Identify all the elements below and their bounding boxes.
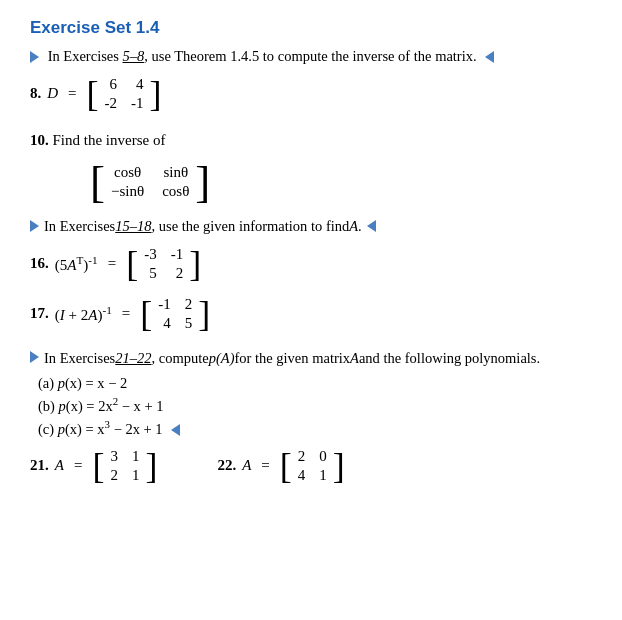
problem-8: 8. D = [ 6 4 -2 -1 ]: [30, 74, 592, 114]
intro3-var: A: [350, 348, 359, 370]
matrix-17-content: -1 2 4 5: [152, 294, 198, 334]
problem-21-label: 21.: [30, 457, 49, 474]
bottom-problems: 21. A = [ 3 1 2 1 ] 22. A = [ 2: [30, 446, 592, 496]
problem-17-eq: =: [122, 305, 130, 322]
matrix-8-content: 6 4 -2 -1: [99, 74, 150, 114]
problem-17-matrix: [ -1 2 4 5 ]: [140, 294, 210, 334]
bracket-right-22: ]: [333, 448, 345, 484]
m8-r0c1: 4: [131, 76, 144, 93]
intro1-suffix: , use Theorem 1.4.5 to compute the inver…: [144, 48, 476, 64]
triangle-left-3: [171, 424, 180, 436]
m21-r0c1: 1: [132, 448, 140, 465]
problem-10-label: 10.: [30, 132, 49, 148]
intro3-range: 21–22: [115, 348, 151, 370]
problem-22: 22. A = [ 2 0 4 1 ]: [217, 446, 344, 486]
bracket-right-21: ]: [145, 448, 157, 484]
triangle-left-1: [485, 51, 494, 63]
bracket-left-16: [: [126, 246, 138, 282]
m10-r0c0: cosθ: [111, 164, 144, 181]
intro-5-8: In Exercises 5–8, use Theorem 1.4.5 to c…: [30, 46, 592, 68]
m16-r1c1: 2: [171, 265, 184, 282]
problem-10-text: 10. Find the inverse of: [30, 128, 592, 152]
poly-b-rest: (x) = 2x2 − x + 1: [66, 398, 164, 414]
poly-c-rest: (x) = x3 − 2x + 1: [65, 421, 163, 437]
problem-16-matrix: [ -3 -1 5 2 ]: [126, 244, 201, 284]
intro2-suffix: , use the given information to find: [152, 216, 350, 238]
m22-r1c1: 1: [319, 467, 327, 484]
triangle-right-2: [30, 220, 39, 232]
problem-17-expr: (I + 2A)-1: [55, 304, 112, 324]
problem-21-matrix: [ 3 1 2 1 ]: [92, 446, 157, 486]
problem-21: 21. A = [ 3 1 2 1 ]: [30, 446, 157, 486]
bracket-left-8: [: [87, 76, 99, 112]
section-21-22: In Exercises 21–22, compute p(A) for the…: [30, 348, 592, 496]
triangle-right-3: [30, 351, 39, 363]
intro1-prefix: In Exercises: [48, 48, 123, 64]
intro2-range: 15–18: [115, 216, 151, 238]
matrix-21-content: 3 1 2 1: [104, 446, 145, 486]
matrix-16-content: -3 -1 5 2: [138, 244, 189, 284]
problem-8-var: D: [47, 85, 58, 102]
triangle-left-2: [367, 220, 376, 232]
intro2-var: A: [349, 216, 358, 238]
problem-8-eq: =: [68, 85, 76, 102]
intro-21-22: In Exercises 21–22, compute p(A) for the…: [30, 348, 592, 370]
problem-10-matrix-wrap: [ cosθ sinθ −sinθ cosθ ]: [90, 162, 592, 202]
problem-16: 16. (5AT)-1 = [ -3 -1 5 2 ]: [30, 244, 592, 284]
poly-b: (b) p(x) = 2x2 − x + 1: [38, 395, 592, 415]
poly-a-text: p: [58, 375, 65, 391]
problem-17-label: 17.: [30, 305, 49, 322]
problem-22-var: A: [242, 457, 251, 474]
m17-r0c1: 2: [185, 296, 193, 313]
intro1-range: 5–8: [123, 48, 145, 64]
poly-c: (c) p(x) = x3 − 2x + 1: [38, 418, 592, 438]
intro3-suffix3: and the following polynomials.: [359, 348, 540, 370]
intro3-expr: p(A): [209, 348, 235, 370]
section-15-18: In Exercises 15–18, use the given inform…: [30, 216, 592, 334]
problem-8-matrix: [ 6 4 -2 -1 ]: [87, 74, 162, 114]
problem-16-eq: =: [108, 255, 116, 272]
m21-r1c1: 1: [132, 467, 140, 484]
intro-15-18: In Exercises 15–18, use the given inform…: [30, 216, 592, 238]
m16-r1c0: 5: [144, 265, 157, 282]
m22-r0c1: 0: [319, 448, 327, 465]
m8-r1c1: -1: [131, 95, 144, 112]
m21-r0c0: 3: [110, 448, 118, 465]
problem-17: 17. (I + 2A)-1 = [ -1 2 4 5 ]: [30, 294, 592, 334]
problem-22-matrix: [ 2 0 4 1 ]: [280, 446, 345, 486]
intro2-period: .: [358, 216, 362, 238]
exercise-set-title: Exercise Set 1.4: [30, 18, 592, 38]
problem-21-eq: =: [74, 457, 82, 474]
trig-matrix: [ cosθ sinθ −sinθ cosθ ]: [90, 162, 210, 202]
section-5-8: In Exercises 5–8, use Theorem 1.4.5 to c…: [30, 46, 592, 114]
m17-r1c0: 4: [158, 315, 171, 332]
m8-r0c0: 6: [105, 76, 118, 93]
problem-21-var: A: [55, 457, 64, 474]
m16-r0c1: -1: [171, 246, 184, 263]
triangle-right-1: [30, 51, 39, 63]
m21-r1c0: 2: [110, 467, 118, 484]
m10-r1c0: −sinθ: [111, 183, 144, 200]
poly-a: (a) p(x) = x − 2: [38, 375, 592, 392]
m16-r0c0: -3: [144, 246, 157, 263]
m22-r0c0: 2: [298, 448, 306, 465]
m22-r1c0: 4: [298, 467, 306, 484]
poly-b-label: (b): [38, 398, 59, 414]
poly-c-text: p: [58, 421, 65, 437]
intro3-prefix: In Exercises: [44, 348, 115, 370]
problem-8-label: 8.: [30, 85, 41, 102]
problem-22-eq: =: [261, 457, 269, 474]
matrix-10-content: cosθ sinθ −sinθ cosθ: [105, 162, 195, 202]
problem-16-expr: (5AT)-1: [55, 254, 98, 274]
m10-r1c1: cosθ: [162, 183, 189, 200]
bracket-left-21: [: [92, 448, 104, 484]
poly-b-text: p: [59, 398, 66, 414]
intro2-prefix: In Exercises: [44, 216, 115, 238]
bracket-left-10: [: [90, 163, 105, 201]
m17-r0c0: -1: [158, 296, 171, 313]
matrix-22-content: 2 0 4 1: [292, 446, 333, 486]
intro3-suffix2: for the given matrix: [234, 348, 350, 370]
poly-list: (a) p(x) = x − 2 (b) p(x) = 2x2 − x + 1 …: [38, 375, 592, 438]
poly-a-rest: (x) = x − 2: [65, 375, 127, 391]
poly-c-label: (c): [38, 421, 58, 437]
